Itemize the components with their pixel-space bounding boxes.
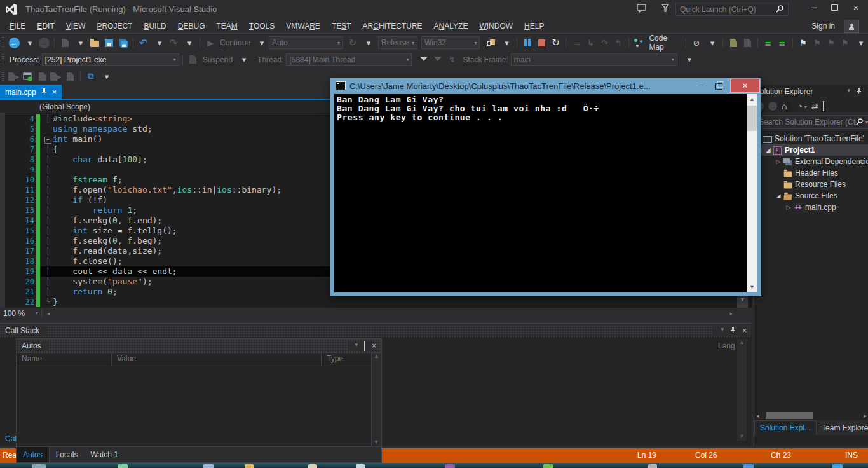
window-position-dropdown[interactable]: ▾ <box>847 87 850 96</box>
new-file-dropdown[interactable]: ▾ <box>74 36 88 49</box>
indent-increase-icon[interactable]: ≣ <box>761 36 775 49</box>
taskbar-app-icon[interactable] <box>118 464 128 468</box>
navigate-to-icon[interactable] <box>726 36 740 49</box>
taskbar-app-icon[interactable] <box>32 464 46 468</box>
taskbar-app-icon[interactable] <box>203 464 214 468</box>
tab-main-cpp[interactable]: main.cpp × <box>0 85 62 99</box>
continue-button[interactable]: Continue <box>220 38 250 47</box>
search-icon[interactable] <box>776 4 784 15</box>
solution-explorer-search-input[interactable]: Search Solution Explorer (Ctrl+;) ▾ <box>755 115 868 129</box>
solution-explorer-title-bar[interactable]: Solution Explorer ▾ × <box>754 85 868 99</box>
close-button[interactable]: × <box>846 0 865 14</box>
scroll-right-arrow[interactable]: ▸ <box>864 413 867 419</box>
toolbar-grip[interactable] <box>2 37 4 48</box>
feedback-icon[interactable] <box>637 4 647 15</box>
menu-build[interactable]: BUILD <box>138 20 172 32</box>
sign-in-link[interactable]: Sign in <box>811 22 835 31</box>
tab-locals[interactable]: Locals <box>50 447 85 462</box>
expand-arrow-icon[interactable]: ▷ <box>774 158 783 165</box>
tab-solution-explorer[interactable]: Solution Expl... <box>754 420 817 435</box>
save-all-button[interactable] <box>116 36 130 49</box>
restart-button[interactable]: ↻ <box>548 36 562 49</box>
next-bookmark-icon[interactable]: ⚑ <box>824 36 838 49</box>
console-window[interactable]: C:\Users\Jame Moriarty\Desktop\Cplusplus… <box>330 78 761 296</box>
pending-changes-filter-icon[interactable]: ◔▾ <box>797 102 806 111</box>
show-next-statement-icon[interactable]: → <box>569 36 583 49</box>
scroll-down-arrow[interactable]: ▼ <box>747 282 757 292</box>
home-icon[interactable]: ⌂ <box>782 101 787 111</box>
search-options-dropdown[interactable]: ▾ <box>865 120 868 125</box>
revert-icon[interactable] <box>35 70 49 83</box>
taskbar-app-icon[interactable] <box>308 464 317 468</box>
pause-button[interactable] <box>520 36 534 49</box>
editor-horizontal-scrollbar[interactable]: ◂ ▸ <box>42 308 752 319</box>
close-icon[interactable]: × <box>372 341 376 350</box>
window-position-dropdown[interactable]: ▾ <box>355 341 358 350</box>
taskbar-app-icon[interactable] <box>245 464 254 468</box>
windows-taskbar[interactable] <box>0 463 868 468</box>
suspend-icon[interactable] <box>186 53 200 66</box>
toolbar-overflow[interactable]: ▾ <box>682 53 696 66</box>
collapse-all-icon[interactable] <box>823 102 824 111</box>
stop-button[interactable] <box>534 36 548 49</box>
menu-edit[interactable]: EDIT <box>31 20 60 32</box>
tree-item-solution-thaotactrenfile-[interactable]: Solution 'ThaoTacTrenFile' <box>754 133 868 144</box>
configuration-combobox[interactable]: Release▾ <box>378 36 417 49</box>
tab-team-explorer[interactable]: Team Explorer <box>817 420 868 435</box>
column-header-name[interactable]: Name <box>17 353 112 366</box>
zoom-combobox[interactable]: 100 %▾ <box>0 308 42 319</box>
bookmark-icon[interactable]: ⚑ <box>796 36 810 49</box>
continue-dropdown[interactable]: ▾ <box>255 36 269 49</box>
close-tab-icon[interactable]: × <box>52 87 57 97</box>
taskbar-app-icon[interactable] <box>832 464 843 468</box>
toolbar-grip[interactable] <box>2 54 4 65</box>
redo-button[interactable]: ↷ <box>166 36 180 49</box>
menu-project[interactable]: PROJECT <box>91 20 138 32</box>
quick-launch-input[interactable]: Quick Launch (Ctrl+Q) <box>675 3 789 16</box>
redo-dropdown[interactable]: ▾ <box>182 36 196 49</box>
save-button[interactable] <box>102 36 116 49</box>
menu-vmware[interactable]: VMWARE <box>280 20 326 32</box>
undo-dropdown[interactable]: ▾ <box>153 36 166 49</box>
taskbar-app-icon[interactable] <box>445 464 455 468</box>
open-file-button[interactable] <box>88 36 102 49</box>
menu-analyze[interactable]: ANALYZE <box>428 20 474 32</box>
scroll-left-arrow[interactable]: ◂ <box>47 310 50 317</box>
forward-icon[interactable]: → <box>768 102 777 111</box>
console-scrollbar[interactable]: ▲ ▼ <box>747 94 757 292</box>
continue-play-icon[interactable]: ▶ <box>203 36 217 49</box>
menu-team[interactable]: TEAM <box>210 20 243 32</box>
tree-item-resource-files[interactable]: Resource Files <box>754 179 868 190</box>
toggle-flagged-icon[interactable]: ↯ <box>445 53 459 66</box>
navigate-back-button[interactable]: ← <box>7 36 21 49</box>
search-icon[interactable] <box>856 118 864 127</box>
compare-files-icon[interactable] <box>740 36 754 49</box>
scrollbar-thumb[interactable] <box>747 106 757 131</box>
collapse-arrow-icon[interactable]: ◢ <box>764 147 773 153</box>
undo-button[interactable]: ↶ <box>137 36 151 49</box>
suspend-dropdown[interactable]: ▾ <box>237 53 251 66</box>
tree-item-source-files[interactable]: ◢Source Files <box>754 190 868 202</box>
tree-item-main-cpp[interactable]: ▷++main.cpp <box>754 202 868 213</box>
scroll-up-arrow[interactable]: ▲ <box>747 94 757 105</box>
menu-file[interactable]: FILE <box>4 20 31 32</box>
menu-view[interactable]: VIEW <box>60 20 92 32</box>
taskbar-app-icon[interactable] <box>356 464 365 468</box>
flag-threads-icon[interactable] <box>417 53 431 66</box>
scroll-left-arrow[interactable]: ◂ <box>756 413 759 419</box>
new-file-button[interactable] <box>58 36 72 49</box>
step-out-icon[interactable]: ↰ <box>611 36 625 49</box>
solution-explorer-horizontal-scrollbar[interactable]: ◂ ▸ <box>754 411 868 420</box>
stack-icon[interactable] <box>63 70 77 83</box>
navigate-back-dropdown[interactable]: ▾ <box>23 36 37 49</box>
tree-item-external-dependencies[interactable]: ▷External Dependencies <box>754 156 868 167</box>
attach-debugger-icon[interactable] <box>21 70 35 83</box>
window-position-dropdown[interactable]: ▾ <box>721 326 724 335</box>
menu-window[interactable]: WINDOW <box>473 20 519 32</box>
menu-debug[interactable]: DEBUG <box>172 20 211 32</box>
console-minimize-button[interactable]: ─ <box>692 80 710 92</box>
tab-watch-1[interactable]: Watch 1 <box>84 447 125 462</box>
console-maximize-button[interactable] <box>710 80 728 92</box>
notifications-flask-icon[interactable] <box>661 4 670 15</box>
build-icon[interactable]: ▸ <box>7 70 21 83</box>
